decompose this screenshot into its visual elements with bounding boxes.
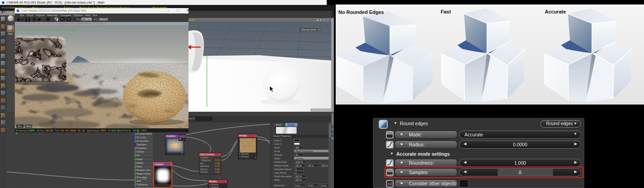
svg-text:◂ Render (limit) 73: ◂ Render (limit) 73: [301, 28, 320, 31]
svg-text:mgradient24b1-MXtrgby456e9(329: mgradient24b1-MXtrgby456e9(329ayo sand-9…: [18, 29, 77, 31]
